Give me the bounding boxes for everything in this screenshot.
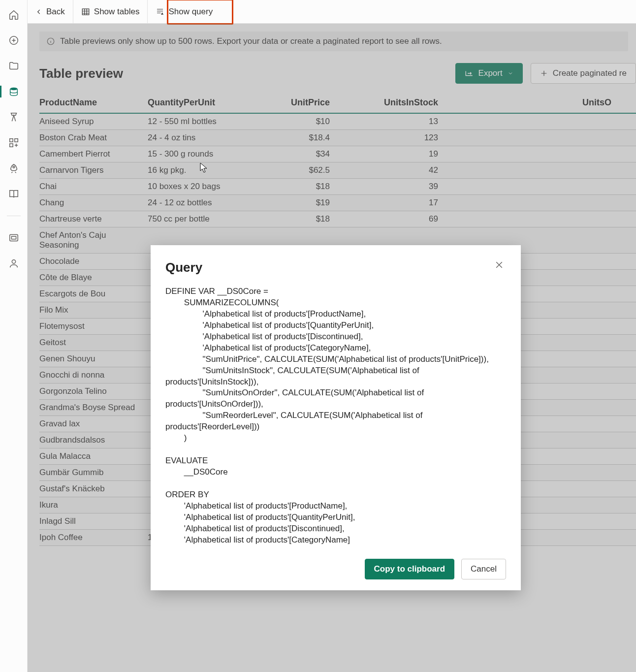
col-unitsonorder[interactable]: UnitsO [463,93,636,113]
cell-name: Gumbär Gummib [39,465,148,481]
table-row[interactable]: Aniseed Syrup12 - 550 ml bottles$1013 [39,113,636,130]
nav-metrics-icon[interactable] [8,111,20,123]
svg-rect-4 [9,144,12,147]
col-qpu[interactable]: QuantityPerUnit [148,93,251,113]
nav-browse-icon[interactable] [8,60,20,72]
svg-rect-7 [11,236,16,239]
show-tables-label: Show tables [94,7,140,17]
table-row[interactable]: Boston Crab Meat24 - 4 oz tins$18.4123 [39,130,636,146]
svg-point-1 [10,88,17,91]
cell-price: $62.5 [251,162,354,179]
cell-qpu: 15 - 300 g rounds [148,146,251,162]
cell-name: Camembert Pierrot [39,146,148,162]
cell-name: Gorgonzola Telino [39,384,148,400]
cell-qpu: 24 - 12 oz bottles [148,195,251,211]
cell-name: Boston Crab Meat [39,130,148,146]
action-buttons: Export Create paginated re [455,63,636,84]
table-row[interactable]: Chartreuse verte750 cc per bottle$1869 [39,211,636,227]
cell-stock: 17 [354,195,463,211]
cell-name: Grandma's Boyse Spread [39,400,148,416]
cell-onorder [463,195,636,211]
cell-onorder [463,211,636,227]
cell-qpu: 16 kg pkg. [148,162,251,179]
dialog-footer: Copy to clipboard Cancel [165,559,506,579]
create-paginated-label: Create paginated re [553,68,627,78]
cell-onorder [463,162,636,179]
info-text: Table previews only show up to 500 rows.… [60,36,442,46]
cell-onorder [463,179,636,195]
cell-stock: 123 [354,130,463,146]
query-icon [156,7,164,16]
table-row[interactable]: Camembert Pierrot15 - 300 g rounds$3419 [39,146,636,162]
cell-stock: 69 [354,211,463,227]
show-query-label: Show query [168,7,213,17]
cell-name: Carnarvon Tigers [39,162,148,179]
nav-user-icon[interactable] [8,257,20,269]
show-tables-button[interactable]: Show tables [73,0,148,24]
table-row[interactable]: Carnarvon Tigers16 kg pkg.$62.542 [39,162,636,179]
main-area: Back Show tables Show query Table previe… [28,0,636,672]
svg-rect-2 [9,139,12,142]
left-nav-rail [0,0,28,672]
cell-qpu: 24 - 4 oz tins [148,130,251,146]
plus-icon [540,69,548,77]
export-icon [465,70,474,77]
cell-name: Ipoh Coffee [39,530,148,546]
cell-name: Ikura [39,497,148,513]
nav-apps-icon[interactable] [8,137,20,149]
back-label: Back [46,7,65,17]
export-label: Export [478,68,503,78]
nav-workspaces-icon[interactable] [8,232,20,244]
table-header-row: ProductName QuantityPerUnit UnitPrice Un… [39,93,636,113]
cell-name: Chocolade [39,254,148,270]
cell-name: Chef Anton's Caju Seasoning [39,227,148,254]
nav-create-icon[interactable] [8,34,20,46]
cell-name: Côte de Blaye [39,270,148,286]
copy-to-clipboard-button[interactable]: Copy to clipboard [365,559,455,579]
cell-name: Gnocchi di nonna [39,367,148,384]
title-row: Table preview Export Create paginated re [28,51,636,93]
cell-name: Inlagd Sill [39,513,148,530]
table-row[interactable]: Chai10 boxes x 20 bags$1839 [39,179,636,195]
table-icon [81,7,90,16]
dialog-title: Query [165,260,506,275]
info-icon [46,37,55,46]
chevron-left-icon [35,8,42,15]
svg-rect-9 [82,9,89,15]
cell-name: Chang [39,195,148,211]
cell-qpu: 750 cc per bottle [148,211,251,227]
nav-divider [7,216,21,216]
close-button[interactable] [494,260,506,272]
cancel-button[interactable]: Cancel [461,559,506,579]
cell-price: $18 [251,211,354,227]
toolbar: Back Show tables Show query [28,0,636,24]
show-query-button[interactable]: Show query [148,0,221,24]
col-unitprice[interactable]: UnitPrice [251,93,354,113]
cell-name: Geitost [39,335,148,351]
nav-learn-icon[interactable] [8,188,20,200]
create-paginated-button[interactable]: Create paginated re [531,63,636,84]
nav-home-icon[interactable] [8,9,20,21]
nav-deployment-icon[interactable] [8,162,20,174]
col-productname[interactable]: ProductName [39,93,148,113]
svg-point-5 [13,166,15,168]
query-dialog: Query DEFINE VAR __DS0Core = SUMMARIZECO… [151,245,521,590]
cell-onorder [463,146,636,162]
page-title: Table preview [39,66,123,81]
back-button[interactable]: Back [28,0,73,24]
query-text[interactable]: DEFINE VAR __DS0Core = SUMMARIZECOLUMNS(… [165,286,506,546]
cell-onorder [463,130,636,146]
cell-price: $19 [251,195,354,211]
cell-price: $18 [251,179,354,195]
cell-name: Genen Shouyu [39,351,148,367]
cell-name: Gravad lax [39,416,148,432]
export-button[interactable]: Export [455,63,523,84]
cell-name: Gustaf's Knäckeb [39,481,148,497]
cell-stock: 42 [354,162,463,179]
table-row[interactable]: Chang24 - 12 oz bottles$1917 [39,195,636,211]
content-area: Table previews only show up to 500 rows.… [28,24,636,672]
cell-stock: 39 [354,179,463,195]
nav-data-hub-icon[interactable] [8,86,20,97]
cell-price: $34 [251,146,354,162]
col-unitsinstock[interactable]: UnitsInStock [354,93,463,113]
